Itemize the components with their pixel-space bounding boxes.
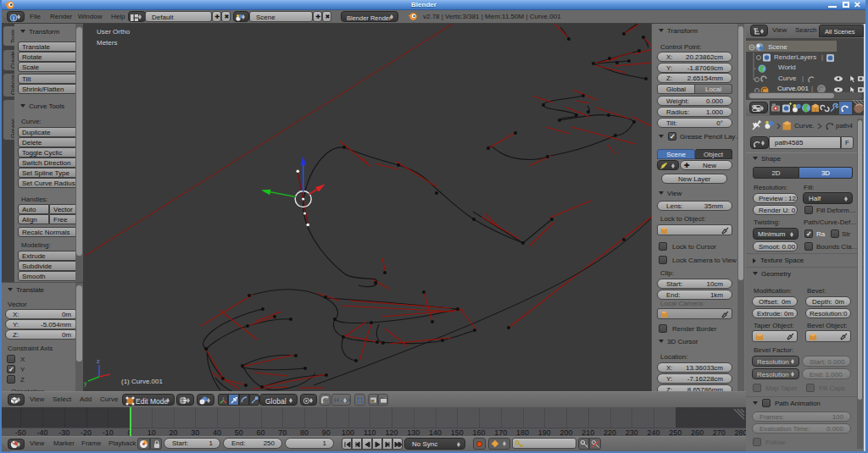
svg-text:z: z <box>97 358 100 364</box>
svg-text:y: y <box>84 380 87 387</box>
